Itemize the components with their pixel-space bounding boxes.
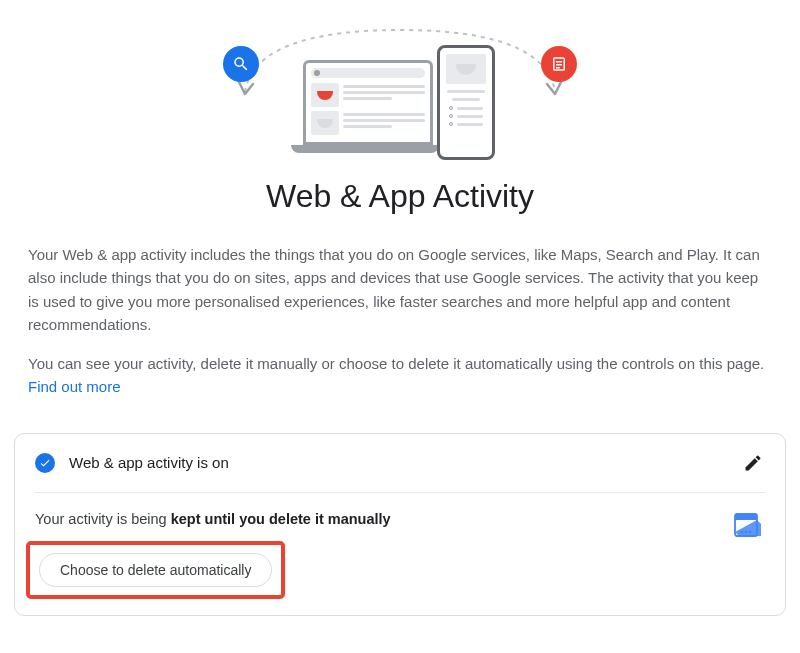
- search-icon: [223, 46, 259, 82]
- status-label: Web & app activity is on: [69, 454, 741, 471]
- svg-point-6: [741, 530, 744, 533]
- pencil-icon: [743, 453, 763, 473]
- page-title: Web & App Activity: [266, 178, 534, 215]
- retention-text: Your activity is being kept until you de…: [35, 511, 765, 527]
- hero-illustration: [205, 10, 595, 160]
- find-out-more-link[interactable]: Find out more: [28, 378, 121, 395]
- description-p1: Your Web & app activity includes the thi…: [28, 243, 772, 336]
- document-icon: [541, 46, 577, 82]
- description-block: Your Web & app activity includes the thi…: [20, 243, 780, 415]
- phone-illustration: [437, 45, 495, 160]
- laptop-illustration: [295, 60, 440, 160]
- calendar-icon: [731, 511, 761, 539]
- description-p2: You can see your activity, delete it man…: [28, 352, 772, 399]
- edit-button[interactable]: [741, 451, 765, 475]
- svg-rect-5: [735, 514, 757, 520]
- retention-row: Your activity is being kept until you de…: [35, 493, 765, 615]
- activity-card: Web & app activity is on Your activity i…: [14, 433, 786, 616]
- check-icon: [35, 453, 55, 473]
- highlight-annotation: Choose to delete automatically: [26, 541, 285, 599]
- auto-delete-button[interactable]: Choose to delete automatically: [39, 553, 272, 587]
- svg-point-8: [749, 530, 752, 533]
- svg-point-7: [745, 530, 748, 533]
- status-row: Web & app activity is on: [35, 434, 765, 493]
